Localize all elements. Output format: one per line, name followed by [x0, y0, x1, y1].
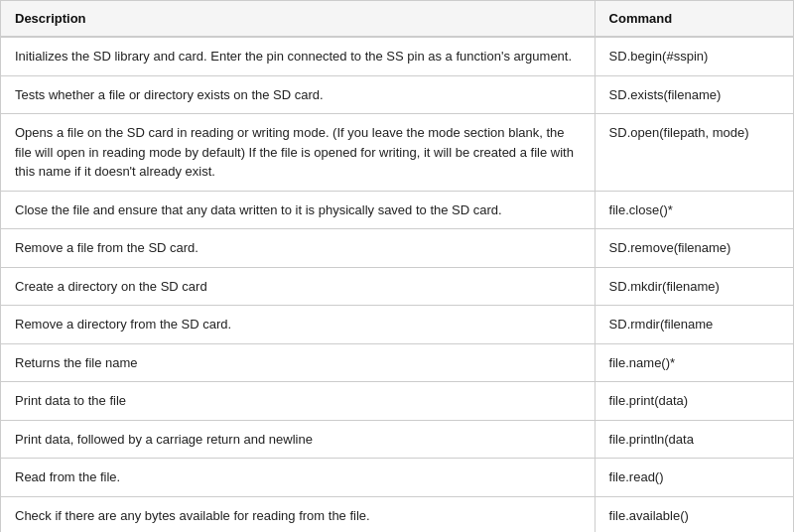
cell-description: Tests whether a file or directory exists… [1, 75, 595, 114]
cell-command: file.print(data) [595, 382, 793, 421]
cell-command: file.available() [595, 496, 793, 532]
cell-command: file.close()* [595, 191, 793, 229]
table-row: Print data, followed by a carriage retur… [1, 420, 793, 459]
header-command: Command [595, 1, 793, 37]
table-row: Close the file and ensure that any data … [1, 191, 793, 229]
table-row: Remove a file from the SD card.SD.remove… [1, 229, 793, 268]
table-header-row: Description Command [1, 1, 793, 37]
cell-command: file.println(data [595, 420, 793, 459]
cell-command: SD.open(filepath, mode) [595, 114, 793, 192]
cell-description: Create a directory on the SD card [1, 267, 595, 306]
table-row: Read from the file.file.read() [1, 459, 793, 497]
cell-description: Close the file and ensure that any data … [1, 191, 595, 229]
cell-description: Opens a file on the SD card in reading o… [1, 114, 595, 192]
table-row: Returns the file namefile.name()* [1, 343, 793, 382]
cell-description: Check if there are any bytes available f… [1, 496, 595, 532]
cell-description: Returns the file name [1, 343, 595, 382]
cell-description: Remove a directory from the SD card. [1, 306, 595, 344]
header-description: Description [1, 1, 595, 37]
table-row: Print data to the filefile.print(data) [1, 382, 793, 421]
table-row: Remove a directory from the SD card.SD.r… [1, 306, 793, 344]
cell-command: SD.rmdir(filename [595, 306, 793, 344]
cell-description: Initializes the SD library and card. Ent… [1, 37, 595, 75]
cell-command: file.read() [595, 459, 793, 497]
cell-description: Remove a file from the SD card. [1, 229, 595, 268]
table-row: Create a directory on the SD cardSD.mkdi… [1, 267, 793, 306]
reference-table: Description Command Initializes the SD l… [0, 0, 794, 532]
table-row: Opens a file on the SD card in reading o… [1, 114, 793, 192]
cell-command: file.name()* [595, 343, 793, 382]
cell-command: SD.exists(filename) [595, 75, 793, 114]
cell-command: SD.mkdir(filename) [595, 267, 793, 306]
cell-command: SD.remove(filename) [595, 229, 793, 268]
table-row: Check if there are any bytes available f… [1, 496, 793, 532]
cell-description: Print data to the file [1, 382, 595, 421]
cell-description: Print data, followed by a carriage retur… [1, 420, 595, 459]
cell-command: SD.begin(#sspin) [595, 37, 793, 75]
table-row: Tests whether a file or directory exists… [1, 75, 793, 114]
cell-description: Read from the file. [1, 459, 595, 497]
table-row: Initializes the SD library and card. Ent… [1, 37, 793, 75]
